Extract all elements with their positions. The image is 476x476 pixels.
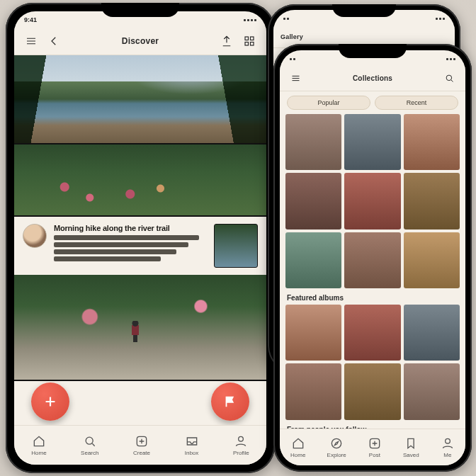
- topbar: Collections: [280, 66, 465, 91]
- notch: [101, 3, 179, 17]
- status-indicators: [244, 19, 256, 21]
- tab-post[interactable]: Post: [368, 436, 382, 458]
- post-text-line: [54, 242, 188, 247]
- grid-item[interactable]: [344, 114, 400, 170]
- grid-item[interactable]: [404, 173, 460, 229]
- status-indicators: [446, 58, 455, 60]
- post-text-line: [54, 235, 199, 240]
- tab-label: Profile: [233, 450, 249, 456]
- grid-item[interactable]: [285, 232, 341, 288]
- tab-label: Me: [443, 452, 451, 458]
- post-text-line: [54, 249, 176, 254]
- menu-button[interactable]: [288, 72, 302, 86]
- page-title: Discover: [122, 36, 159, 46]
- grid-button[interactable]: [241, 33, 258, 50]
- content[interactable]: Popular Recent Featured albums: [280, 91, 465, 429]
- svg-point-4: [86, 437, 93, 444]
- plus-icon: [368, 436, 382, 450]
- home-icon: [291, 436, 305, 450]
- post-thumbnail[interactable]: [214, 224, 258, 268]
- filter-chips: Popular Recent: [280, 91, 465, 114]
- tab-label: Explore: [327, 452, 346, 458]
- share-icon: [220, 35, 233, 47]
- grid-item[interactable]: [285, 173, 341, 229]
- chip-recent[interactable]: Recent: [375, 96, 458, 110]
- grid-item[interactable]: [404, 305, 460, 361]
- grid-item[interactable]: [344, 173, 400, 229]
- tab-label: Create: [133, 450, 150, 456]
- feed-image-garden[interactable]: [14, 144, 266, 217]
- tab-profile[interactable]: Profile: [233, 434, 249, 456]
- user-icon: [234, 434, 248, 448]
- tab-explore[interactable]: Explore: [327, 436, 346, 458]
- status-time: 9:41: [24, 16, 37, 23]
- svg-point-6: [239, 436, 244, 441]
- grid-item[interactable]: [404, 363, 460, 419]
- phone-right-front-screen: Collections Popular Recent Featur: [280, 50, 465, 465]
- grid-item[interactable]: [344, 232, 400, 288]
- fab-add[interactable]: [31, 382, 69, 421]
- feed-post[interactable]: Morning hike along the river trail: [14, 217, 266, 275]
- user-icon: [441, 436, 455, 450]
- grid-item[interactable]: [344, 363, 400, 419]
- search-button[interactable]: [443, 72, 457, 86]
- tab-inbox[interactable]: Inbox: [185, 434, 199, 456]
- post-text-line: [54, 256, 161, 261]
- section-header: Featured albums: [280, 288, 465, 305]
- status-indicators: [290, 58, 295, 60]
- search-icon: [444, 73, 455, 84]
- svg-rect-3: [250, 42, 254, 45]
- tab-create[interactable]: Create: [133, 434, 150, 456]
- grid-icon: [243, 35, 256, 47]
- feed[interactable]: Morning hike along the river trail: [14, 55, 266, 425]
- bookmark-icon: [404, 436, 418, 450]
- inbox-icon: [185, 434, 199, 448]
- svg-rect-2: [245, 42, 249, 45]
- status-indicators: [283, 18, 289, 20]
- phone-left: 9:41 Discover: [6, 3, 275, 473]
- tab-home[interactable]: Home: [31, 434, 46, 456]
- menu-button[interactable]: [23, 33, 40, 50]
- fab-action[interactable]: [211, 382, 249, 421]
- image-grid-2: [280, 305, 465, 420]
- tab-me[interactable]: Me: [441, 436, 455, 458]
- chevron-left-icon: [47, 35, 60, 47]
- feed-image-path[interactable]: [14, 275, 266, 381]
- page-title: Gallery: [280, 33, 303, 40]
- chip-popular[interactable]: Popular: [287, 96, 370, 110]
- grid-item[interactable]: [404, 232, 460, 288]
- tab-saved[interactable]: Saved: [403, 436, 419, 458]
- search-icon: [83, 434, 97, 448]
- grid-item[interactable]: [344, 305, 400, 361]
- svg-point-10: [446, 438, 450, 443]
- grid-item[interactable]: [285, 114, 341, 170]
- svg-point-8: [332, 438, 341, 448]
- tab-label: Search: [81, 450, 98, 456]
- page-title: Collections: [353, 74, 392, 82]
- feed-image-river[interactable]: [14, 55, 266, 144]
- image-grid: [280, 114, 465, 288]
- post-body: Morning hike along the river trail: [54, 224, 207, 268]
- topbar: Discover: [14, 27, 266, 55]
- tab-label: Home: [290, 452, 305, 458]
- tab-label: Inbox: [185, 450, 199, 456]
- tab-label: Home: [31, 450, 46, 456]
- grid-item[interactable]: [285, 363, 341, 419]
- post-title: Morning hike along the river trail: [54, 224, 207, 232]
- tabbar: Home Explore Post Saved Me: [280, 429, 465, 465]
- tab-search[interactable]: Search: [81, 434, 98, 456]
- svg-rect-0: [245, 37, 249, 40]
- tabbar: Home Search Create Inbox Profile: [14, 425, 266, 465]
- notch: [339, 44, 407, 58]
- back-button[interactable]: [45, 33, 62, 50]
- status-indicators: [436, 18, 445, 20]
- share-button[interactable]: [218, 33, 235, 50]
- grid-item[interactable]: [285, 305, 341, 361]
- tab-home[interactable]: Home: [290, 436, 305, 458]
- grid-item[interactable]: [404, 114, 460, 170]
- avatar[interactable]: [23, 224, 47, 248]
- plus-icon: [135, 434, 149, 448]
- svg-rect-1: [250, 37, 254, 40]
- tab-label: Saved: [403, 452, 419, 458]
- phone-left-screen: 9:41 Discover: [14, 11, 266, 465]
